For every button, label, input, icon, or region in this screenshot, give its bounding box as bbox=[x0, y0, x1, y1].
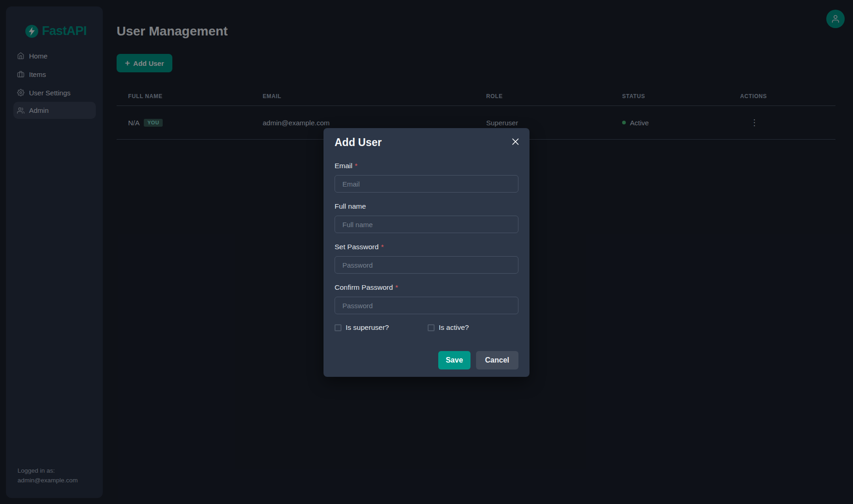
full-name-field[interactable] bbox=[335, 216, 518, 233]
checkbox-label: Is active? bbox=[439, 323, 469, 332]
required-marker: * bbox=[395, 283, 398, 291]
checkbox-label: Is superuser? bbox=[346, 323, 389, 332]
close-button[interactable] bbox=[509, 135, 522, 148]
cancel-button[interactable]: Cancel bbox=[476, 351, 518, 369]
set-password-label: Set Password* bbox=[335, 242, 518, 252]
required-marker: * bbox=[355, 162, 358, 170]
add-user-modal: Add User Email* Full name Set Password* … bbox=[324, 128, 529, 377]
required-marker: * bbox=[381, 243, 384, 251]
is-active-checkbox[interactable]: Is active? bbox=[428, 323, 469, 332]
email-label: Email* bbox=[335, 161, 518, 170]
confirm-password-field[interactable] bbox=[335, 297, 518, 314]
app-root: FastAPI Home Items User Settings bbox=[0, 0, 853, 504]
modal-title: Add User bbox=[335, 135, 518, 149]
close-icon bbox=[512, 138, 519, 145]
full-name-label: Full name bbox=[335, 202, 518, 211]
save-button[interactable]: Save bbox=[438, 351, 470, 369]
set-password-field[interactable] bbox=[335, 256, 518, 274]
checkbox-box bbox=[428, 324, 435, 331]
checkbox-box bbox=[335, 324, 341, 331]
is-superuser-checkbox[interactable]: Is superuser? bbox=[335, 323, 389, 332]
modal-actions: Save Cancel bbox=[335, 351, 518, 369]
email-field[interactable] bbox=[335, 175, 518, 193]
checkbox-row: Is superuser? Is active? bbox=[335, 323, 518, 332]
confirm-password-label: Confirm Password* bbox=[335, 283, 518, 292]
